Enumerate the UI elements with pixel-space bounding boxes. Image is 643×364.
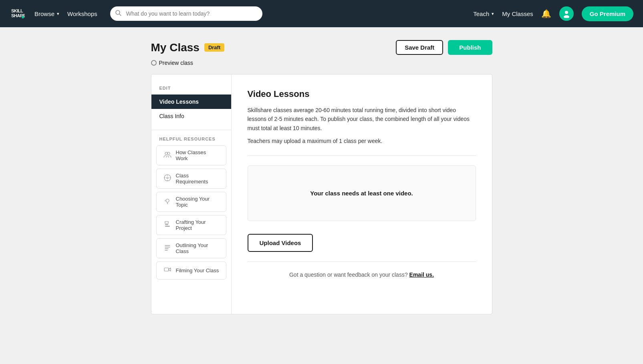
choosing-topic-icon — [163, 197, 172, 207]
svg-point-3 — [22, 16, 24, 18]
description-1: Skillshare classes average 20-60 minutes… — [248, 106, 476, 133]
svg-point-6 — [565, 11, 568, 14]
upload-section: Upload Videos — [248, 229, 476, 252]
choosing-topic-label: Choosing Your Topic — [176, 196, 220, 208]
nav-links: Browse ▾ Workshops — [34, 10, 97, 17]
page-header: My Class Draft Save Draft Publish — [151, 40, 492, 55]
resource-item-crafting-your-project[interactable]: Crafting Your Project — [156, 215, 226, 235]
page-content: My Class Draft Save Draft Publish Previe… — [141, 27, 502, 327]
main-layout: EDIT Video Lessons Class Info HELPFUL RE… — [151, 74, 492, 314]
page-title-row: My Class Draft — [151, 41, 225, 54]
main-panel: Video Lessons Skillshare classes average… — [232, 74, 492, 314]
skillshare-logo-icon: SKILL SHARE — [10, 5, 25, 22]
svg-line-5 — [119, 14, 121, 16]
search-bar — [110, 6, 262, 21]
search-icon — [115, 10, 121, 18]
svg-rect-18 — [165, 224, 168, 225]
resource-item-filming-your-class[interactable]: Filming Your Class — [156, 261, 226, 280]
how-classes-work-label: How Classes Work — [176, 149, 220, 161]
svg-point-8 — [165, 152, 167, 155]
preview-circle-icon — [151, 60, 157, 66]
resource-item-how-classes-work[interactable]: How Classes Work — [156, 145, 226, 165]
svg-rect-23 — [164, 268, 169, 271]
section-divider — [248, 155, 476, 156]
sidebar-item-video-lessons[interactable]: Video Lessons — [151, 95, 231, 109]
svg-point-7 — [564, 15, 569, 18]
save-draft-button[interactable]: Save Draft — [396, 40, 443, 55]
logo[interactable]: SKILL SHARE — [10, 5, 25, 22]
teach-link[interactable]: Teach ▾ — [473, 10, 494, 17]
go-premium-button[interactable]: Go Premium — [582, 6, 633, 21]
bottom-divider — [248, 261, 476, 262]
description-2: Teachers may upload a maximum of 1 class… — [248, 137, 476, 145]
how-classes-work-icon — [163, 151, 172, 161]
class-requirements-icon — [163, 174, 172, 184]
resource-item-outlining-your-class[interactable]: Outlining Your Class — [156, 238, 226, 258]
edit-section-label: EDIT — [151, 86, 231, 95]
svg-text:SKILL: SKILL — [11, 8, 23, 13]
svg-point-9 — [167, 152, 170, 155]
notification-bell-icon[interactable]: 🔔 — [541, 9, 551, 18]
page-title-section: My Class Draft — [151, 41, 225, 54]
outlining-class-label: Outlining Your Class — [176, 242, 220, 254]
helpful-resources-label: HELPFUL RESOURCES — [151, 137, 231, 145]
preview-class-link[interactable]: Preview class — [151, 60, 492, 66]
filming-class-label: Filming Your Class — [176, 267, 219, 274]
svg-rect-17 — [165, 226, 170, 227]
resource-item-class-requirements[interactable]: Class Requirements — [156, 169, 226, 189]
avatar[interactable] — [559, 6, 574, 21]
crafting-project-label: Crafting Your Project — [176, 219, 220, 231]
workshops-link[interactable]: Workshops — [67, 10, 97, 17]
my-classes-link[interactable]: My Classes — [502, 10, 533, 17]
teach-chevron-icon: ▾ — [492, 11, 494, 16]
crafting-project-icon — [163, 220, 172, 230]
class-requirements-label: Class Requirements — [176, 173, 220, 185]
navbar: SKILL SHARE Browse ▾ Workshops Teach ▾ M… — [0, 0, 643, 27]
publish-button[interactable]: Publish — [448, 40, 492, 55]
outlining-class-icon — [163, 243, 172, 253]
draft-badge: Draft — [204, 43, 224, 52]
section-title: Video Lessons — [248, 89, 476, 99]
resource-item-choosing-your-topic[interactable]: Choosing Your Topic — [156, 192, 226, 212]
empty-state-text: Your class needs at least one video. — [256, 190, 468, 197]
nav-right: Teach ▾ My Classes 🔔 Go Premium — [473, 6, 633, 21]
sidebar: EDIT Video Lessons Class Info HELPFUL RE… — [151, 74, 232, 314]
header-actions: Save Draft Publish — [396, 40, 492, 55]
sidebar-divider — [151, 130, 231, 130]
browse-link[interactable]: Browse ▾ — [34, 10, 59, 17]
filming-class-icon — [163, 265, 172, 276]
search-input[interactable] — [110, 6, 262, 21]
svg-point-11 — [167, 177, 168, 179]
user-avatar-icon — [562, 9, 571, 18]
upload-videos-button[interactable]: Upload Videos — [248, 234, 313, 252]
browse-chevron-icon: ▾ — [57, 11, 59, 16]
feedback-text: Got a question or want feedback on your … — [248, 271, 476, 278]
email-link[interactable]: Email us. — [409, 271, 434, 278]
empty-state: Your class needs at least one video. — [248, 165, 476, 221]
sidebar-item-class-info[interactable]: Class Info — [151, 109, 231, 123]
page-title: My Class — [151, 41, 200, 54]
